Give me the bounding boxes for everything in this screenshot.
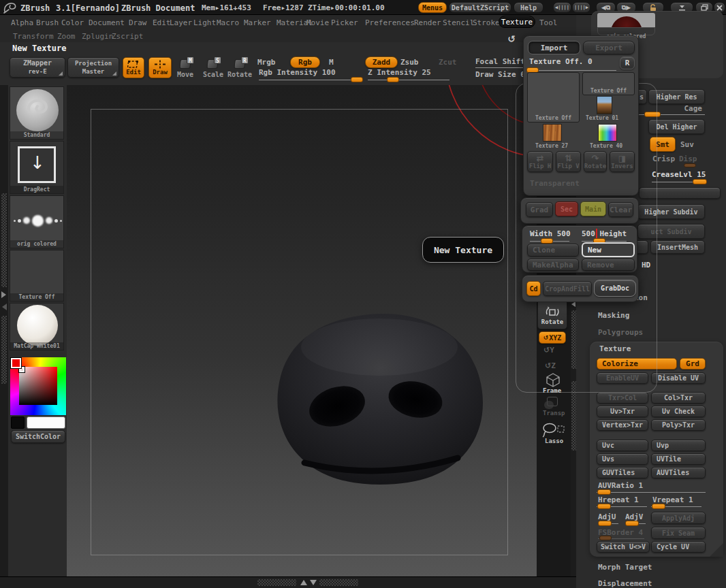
zmapper-button[interactable]: ZMapper rev-E (10, 57, 65, 78)
section-displacement[interactable]: Displacement (598, 579, 652, 588)
menu-picker[interactable]: Picker (331, 18, 358, 27)
hrepeat-slider[interactable]: Hrepeat 1 (597, 495, 647, 509)
transp-button[interactable]: Transp (543, 397, 566, 417)
crease-lvl-slider[interactable]: CreaseLvl 15 (652, 170, 706, 185)
m-toggle[interactable]: M (329, 58, 334, 67)
menu-color[interactable]: Color (61, 18, 84, 27)
default-zscript-button[interactable]: DefaultZScript (449, 2, 511, 13)
menu-layer[interactable]: Layer (170, 18, 192, 27)
grab-doc-button[interactable]: GrabDoc (594, 280, 636, 297)
texture-item-27[interactable]: Texture 27 (535, 124, 571, 150)
adj-v-handle[interactable] (625, 521, 639, 526)
guv-tiles-button[interactable]: GUVTiles (597, 467, 648, 478)
texture-item-off[interactable]: Texture Off (582, 72, 635, 95)
adj-u-slider[interactable]: AdjU (598, 512, 620, 527)
focal-shift-slider[interactable]: Focal Shift (475, 57, 525, 68)
popup-reset-icon[interactable]: ↺ (505, 33, 518, 46)
z-intensity-slider[interactable]: Z Intensity 25 (368, 68, 451, 83)
bottom-drag-texture-right[interactable] (319, 579, 358, 586)
invers-button[interactable]: ◨Invers (610, 151, 635, 172)
zsub-toggle[interactable]: Zsub (400, 58, 419, 67)
menu-alpha[interactable]: Alpha (11, 18, 33, 27)
menu-stencil[interactable]: Stencil (443, 18, 474, 27)
scale-button[interactable]: S Scale (202, 58, 226, 78)
rotate-texture-button[interactable]: ↷Rotate (584, 151, 607, 172)
transparent-toggle[interactable]: Transparent (530, 179, 580, 188)
uvs-button[interactable]: Uvs (597, 453, 648, 465)
grd-button[interactable]: Grd (680, 358, 706, 370)
suv-toggle[interactable]: Suv (680, 140, 694, 149)
menu-macro[interactable]: Macro (217, 18, 239, 27)
new-button[interactable]: New (582, 242, 635, 257)
export-button[interactable]: Export (583, 41, 635, 54)
rgb-intensity-handle[interactable] (351, 77, 363, 82)
tray-close-arrow-icon[interactable] (2, 304, 7, 310)
adj-u-handle[interactable] (598, 521, 612, 526)
uvc-button[interactable]: Uvc (597, 440, 648, 451)
main-color-swatch[interactable] (27, 416, 65, 429)
menu-document[interactable]: Document (89, 18, 125, 27)
draw-button[interactable]: Draw (148, 57, 172, 78)
sv-square[interactable] (19, 367, 57, 405)
apply-adj-button[interactable]: ApplyAdj (651, 512, 706, 524)
tray-down-arrow-icon[interactable] (310, 580, 317, 585)
rgb-intensity-slider[interactable]: Rgb Intensity 100 (259, 68, 362, 83)
stroke-thumbnail[interactable]: ↓ DragRect (10, 141, 64, 194)
menu-texture-active[interactable]: Texture (499, 16, 535, 28)
canvas[interactable] (67, 85, 537, 576)
menu-zplugin[interactable]: Zplugin (82, 32, 113, 41)
menus-button[interactable]: Menus (418, 2, 447, 13)
texture-item-01[interactable]: Texture 01 (582, 95, 635, 122)
z-intensity-handle[interactable] (387, 77, 399, 82)
auv-ratio-handle[interactable] (597, 489, 611, 495)
disp-slider[interactable]: Disp (679, 154, 697, 163)
clone-button[interactable]: Clone (527, 244, 579, 257)
poly-txr-button[interactable]: Poly>Txr (651, 419, 706, 431)
alpha-thumbnail[interactable]: orig colored (10, 195, 64, 248)
color-picker[interactable] (10, 357, 66, 415)
r-button[interactable]: R (620, 56, 635, 69)
vertex-txr-button[interactable]: Vertex>Txr (597, 419, 648, 431)
brush-thumbnail[interactable]: Standard (10, 86, 64, 140)
crop-and-fill-button[interactable]: CropAndFill (543, 281, 592, 296)
switch-color-button[interactable]: SwitchColor (11, 430, 65, 443)
menu-zoom[interactable]: Zoom (57, 32, 76, 41)
crease-handle[interactable] (693, 179, 707, 184)
draw-size-slider[interactable]: Draw Size 6 (475, 70, 525, 79)
tray-up-arrow-icon[interactable] (300, 580, 307, 585)
zcut-toggle[interactable]: Zcut (439, 58, 457, 67)
mrgb-toggle[interactable]: Mrgb (257, 58, 276, 67)
make-alpha-button[interactable]: MakeAlpha (527, 259, 579, 271)
sec-color-button[interactable]: Sec (555, 201, 578, 216)
move-button[interactable]: M Move (174, 58, 199, 78)
insert-mesh-button[interactable]: InsertMesh (650, 240, 705, 254)
menu-transform[interactable]: Transform (13, 32, 54, 41)
new-texture-button[interactable]: New Texture (422, 237, 504, 263)
menu-zscript[interactable]: Zscript (112, 32, 143, 41)
txr-col-button[interactable]: Txr>Col (597, 392, 648, 404)
texture-thumbnail[interactable]: Texture Off (10, 250, 64, 301)
rotate-button[interactable]: R Rotate (227, 58, 255, 78)
fs-border-handle[interactable] (599, 536, 612, 540)
texture-preview-large[interactable]: Texture Off (527, 72, 580, 122)
edit-button[interactable]: Edit (123, 57, 144, 78)
uvp-button[interactable]: Uvp (651, 440, 706, 451)
menu-stroke[interactable]: Stroke (473, 18, 500, 27)
main-color-button[interactable]: Main (580, 201, 606, 216)
import-button[interactable]: Import (528, 41, 580, 54)
auv-ratio-slider[interactable]: AUVRatio 1 (597, 481, 706, 495)
material-thumbnail[interactable]: MatCap White01 (10, 303, 64, 350)
uv-tile-button[interactable]: UVTile (651, 453, 706, 465)
cycle-uv-button[interactable]: Cycle UV (651, 541, 706, 553)
texture-off-slider[interactable]: Texture Off. 0 (528, 57, 616, 74)
fix-seam-button[interactable]: Fix Seam (651, 527, 706, 539)
menu-preferences[interactable]: Preferences (365, 18, 415, 27)
switch-uv-button[interactable]: Switch U<>V (597, 541, 650, 553)
flip-v-button[interactable]: ⇅Flip V (556, 151, 581, 172)
projection-master-button[interactable]: Projection Master (67, 57, 119, 78)
disp-handle[interactable] (684, 163, 696, 167)
rgb-toggle[interactable]: Rgb (290, 56, 320, 68)
menu-brush[interactable]: Brush (36, 18, 59, 27)
current-tool-thumbnail[interactable] (597, 13, 655, 27)
secondary-color-swatch[interactable] (11, 416, 25, 429)
